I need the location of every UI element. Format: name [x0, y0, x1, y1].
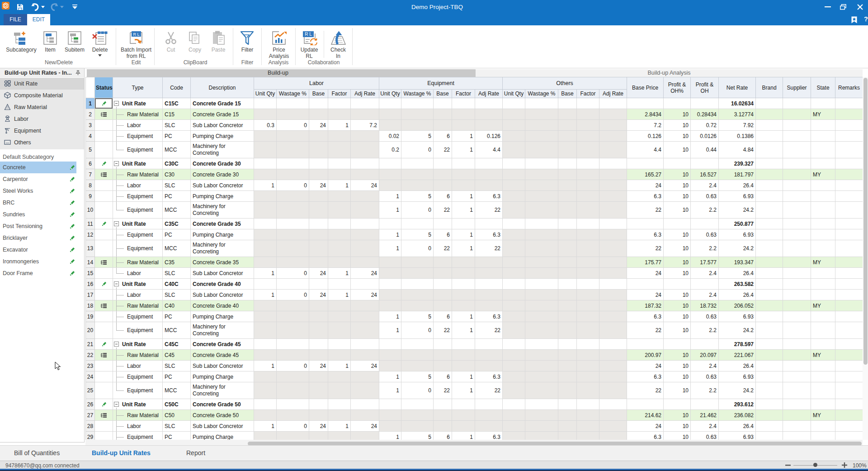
svg-text:R L: R L — [305, 32, 312, 37]
svg-text:R L: R L — [133, 32, 139, 37]
